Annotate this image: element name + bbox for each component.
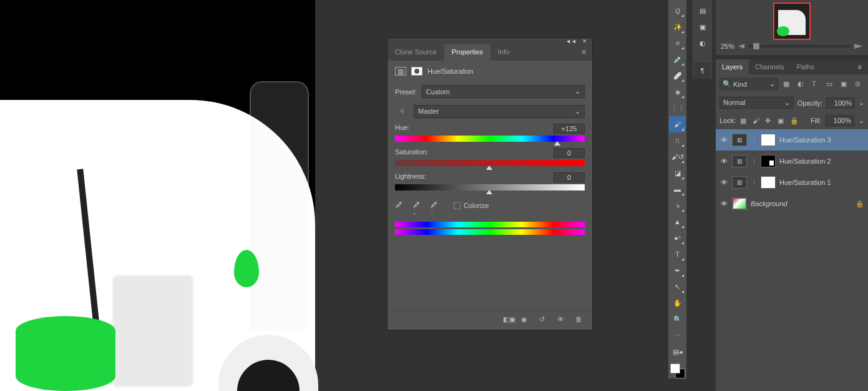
tab-info[interactable]: Info [490,44,517,61]
layer-adjustment-thumb[interactable]: ▥ [732,176,747,189]
layer-name[interactable]: Background [751,200,852,207]
lock-artboard-icon[interactable]: ▣ [778,117,786,125]
lock-pixels-icon[interactable]: 🖌 [753,117,761,125]
lock-position-icon[interactable]: ✥ [765,117,773,125]
visibility-toggle-icon[interactable]: 👁 [719,200,728,207]
smudge-tool[interactable]: ঌ [669,197,686,214]
blend-mode-dropdown[interactable]: Normal ⌄ [719,97,794,109]
chevron-down-icon[interactable]: ⌄ [859,117,864,125]
tab-channels[interactable]: Channels [749,59,790,74]
tab-paths[interactable]: Paths [791,59,821,74]
toggle-visibility-icon[interactable]: 👁 [557,315,567,325]
filter-pixel-icon[interactable]: ▦ [783,80,792,89]
dodge-tool[interactable]: ▲ [669,214,686,230]
document-canvas[interactable] [0,0,315,391]
eyedropper-subtract-icon[interactable]: 💉₋ [430,200,440,210]
link-mask-icon[interactable]: ⋮ [751,179,757,186]
edit-toolbar-icon[interactable]: ▤◂ [669,344,686,360]
lock-all-icon[interactable]: 🔒 [790,117,798,125]
opacity-input[interactable]: 100% [826,97,855,109]
clone-stamp-tool[interactable]: ⎍ [669,132,686,149]
layer-mask-thumb[interactable] [761,176,776,189]
prev-brush-tool[interactable]: ⋮⋮ [669,100,686,116]
navigator-thumbnail[interactable] [773,2,811,40]
zoom-in-icon[interactable] [854,44,863,49]
zoom-slider-thumb[interactable] [753,43,759,49]
layer-name[interactable]: Hue/Saturation 3 [779,136,864,144]
preset-dropdown[interactable]: Custom ⌄ [422,85,585,98]
colorize-checkbox[interactable] [454,202,461,209]
saturation-slider[interactable] [395,160,585,166]
hue-slider-thumb[interactable] [554,141,560,146]
visibility-toggle-icon[interactable]: 👁 [719,157,728,165]
filter-smart-icon[interactable]: ▣ [841,80,850,89]
eraser-tool[interactable]: ◪ [669,165,686,181]
dock-paragraph-icon[interactable]: ¶ [694,62,711,79]
filter-adjust-icon[interactable]: ◐ [797,80,807,89]
panel-close-icon[interactable]: ✕ [582,38,587,44]
magic-wand-tool[interactable]: ✨ [669,19,686,35]
panel-menu-icon[interactable]: ≡ [576,44,592,61]
hue-slider[interactable] [395,136,585,142]
sponge-tool[interactable]: ●ˢ [669,230,686,246]
layer-filter-dropdown[interactable]: 🔍 Kind ⌄ [719,78,778,90]
lightness-input[interactable]: 0 [553,172,585,182]
lock-transparency-icon[interactable]: ▦ [740,117,748,125]
saturation-input[interactable]: 0 [553,148,585,158]
healing-brush-tool[interactable]: 🩹 [669,67,686,84]
hue-input[interactable]: +125 [553,124,585,134]
layer-row[interactable]: 👁 Background 🔒 [716,193,868,214]
pen-tool[interactable]: ✒ [669,262,686,279]
layer-name[interactable]: Hue/Saturation 1 [779,179,864,186]
layer-row[interactable]: 👁 ▥ ⋮ Hue/Saturation 3 [716,129,868,151]
tab-layers[interactable]: Layers [716,59,749,74]
layer-name[interactable]: Hue/Saturation 2 [779,157,864,165]
color-swatches[interactable] [670,364,685,379]
layer-thumb[interactable] [732,197,747,210]
zoom-value[interactable]: 25% [721,42,734,50]
layer-adjustment-thumb[interactable]: ▥ [732,155,747,167]
lightness-slider[interactable] [395,184,585,191]
crop-tool[interactable]: ⌗ [669,35,686,51]
tab-properties[interactable]: Properties [444,44,490,61]
filter-toggle-icon[interactable]: ⊘ [855,80,864,89]
type-tool[interactable]: T [669,246,686,262]
foreground-color-swatch[interactable] [670,364,680,374]
path-select-tool[interactable]: ↖ [669,279,686,295]
mask-icon[interactable] [411,67,422,76]
hand-tool[interactable]: ✋ [669,295,686,311]
clip-to-layer-icon[interactable]: ◧▣ [503,315,512,325]
visibility-toggle-icon[interactable]: 👁 [719,136,728,144]
lock-icon[interactable]: 🔒 [856,200,864,208]
layer-mask-thumb[interactable] [761,134,776,146]
zoom-out-icon[interactable] [738,44,744,49]
eyedropper-tool[interactable]: 💉 [669,51,686,67]
filter-shape-icon[interactable]: ▭ [826,80,836,89]
more-tools-icon[interactable]: ⋯ [669,327,686,344]
chevron-down-icon[interactable]: ⌄ [859,99,864,107]
eyedropper-add-icon[interactable]: 💉₊ [412,200,422,210]
history-brush-tool[interactable]: 🖌↺ [669,149,686,165]
link-mask-icon[interactable]: ⋮ [751,158,757,164]
fill-input[interactable]: 100% [826,115,854,126]
link-mask-icon[interactable]: ⋮ [751,137,757,143]
brush-tool[interactable]: 🖌 [669,116,686,132]
dock-adjustments-icon[interactable]: ◐ [694,35,711,51]
layer-row[interactable]: 👁 ▥ ⋮ Hue/Saturation 1 [716,172,868,193]
delete-adjustment-icon[interactable]: 🗑 [575,315,585,325]
saturation-slider-thumb[interactable] [486,166,492,170]
visibility-toggle-icon[interactable]: 👁 [719,179,728,186]
dock-actions-icon[interactable]: ▣ [694,19,711,35]
view-previous-icon[interactable]: ◉ [521,315,530,325]
lightness-slider-thumb[interactable] [486,190,492,194]
adjustment-icon[interactable]: ▥ [395,67,406,76]
layers-menu-icon[interactable]: ≡ [852,59,868,74]
targeted-adjust-icon[interactable]: ☟ [395,104,409,118]
filter-type-icon[interactable]: T [812,80,821,89]
lasso-tool[interactable]: 𝘘 [669,2,686,19]
channel-dropdown[interactable]: Master ⌄ [414,105,585,118]
layer-adjustment-thumb[interactable]: ▥ [732,134,747,146]
eyedropper-icon[interactable]: 💉 [395,200,405,210]
layer-row[interactable]: 👁 ▥ ⋮ Hue/Saturation 2 [716,151,868,172]
zoom-slider[interactable] [748,45,851,47]
